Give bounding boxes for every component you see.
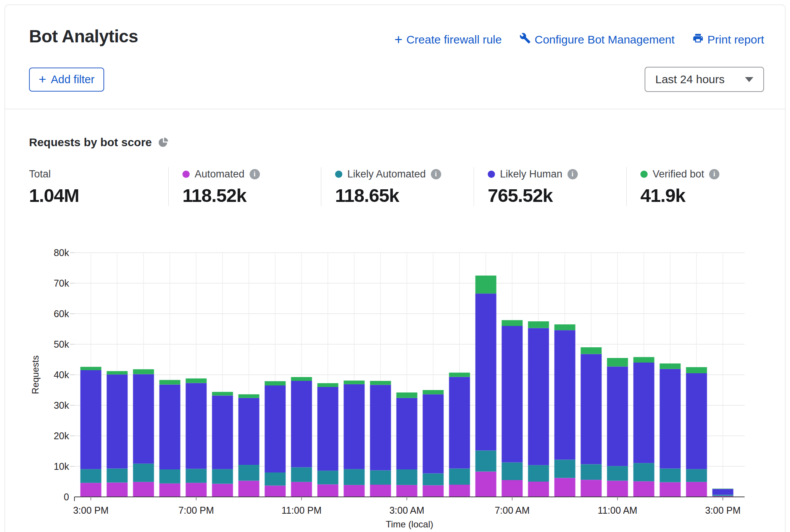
svg-text:3:00 AM: 3:00 AM xyxy=(389,505,424,516)
stat-verified-bot: Verified bot i 41.9k xyxy=(626,167,764,206)
plus-icon: + xyxy=(39,73,46,85)
stat-likely-human: Likely Human i 765.52k xyxy=(474,167,626,206)
verified-bot-legend-dot xyxy=(640,171,648,178)
bot-analytics-card: Bot Analytics + Create firewall rule Con… xyxy=(5,5,785,532)
info-icon[interactable]: i xyxy=(431,169,441,179)
svg-text:60k: 60k xyxy=(54,308,69,319)
chevron-down-icon xyxy=(745,77,753,82)
plus-icon: + xyxy=(395,34,403,45)
svg-text:50k: 50k xyxy=(54,339,69,350)
printer-icon xyxy=(692,32,704,47)
automated-legend-dot xyxy=(182,171,190,178)
stat-likely-human-value: 765.52k xyxy=(488,185,619,206)
svg-text:10k: 10k xyxy=(54,461,69,472)
create-firewall-rule-link[interactable]: + Create firewall rule xyxy=(395,33,502,46)
stat-verified-bot-value: 41.9k xyxy=(640,185,756,206)
stat-likely-automated-label: Likely Automated xyxy=(347,168,426,180)
requests-by-bot-score-chart[interactable]: 010k20k30k40k50k60k70k80k3:00 PM7:00 PM1… xyxy=(5,229,786,532)
stat-total-label: Total xyxy=(29,168,51,180)
stat-total-value: 1.04M xyxy=(29,185,161,206)
stat-likely-automated-value: 118.65k xyxy=(335,185,466,206)
info-icon[interactable]: i xyxy=(250,169,260,179)
svg-text:80k: 80k xyxy=(54,247,69,258)
card-header: Bot Analytics + Create firewall rule Con… xyxy=(5,5,785,109)
svg-text:11:00 PM: 11:00 PM xyxy=(281,505,321,516)
info-icon[interactable]: i xyxy=(709,169,719,179)
stat-verified-bot-label: Verified bot xyxy=(653,168,704,180)
section-title-row: Requests by bot score xyxy=(29,136,169,149)
svg-text:3:00 PM: 3:00 PM xyxy=(705,505,740,516)
wrench-icon xyxy=(519,32,531,47)
print-report-label: Print report xyxy=(708,33,764,46)
svg-text:20k: 20k xyxy=(54,430,69,441)
svg-text:3:00 PM: 3:00 PM xyxy=(73,505,108,516)
stat-likely-automated: Likely Automated i 118.65k xyxy=(321,167,474,206)
svg-text:7:00 AM: 7:00 AM xyxy=(495,505,530,516)
add-filter-button[interactable]: + Add filter xyxy=(29,68,104,92)
svg-text:Requests: Requests xyxy=(30,355,40,394)
svg-text:7:00 PM: 7:00 PM xyxy=(178,505,214,516)
stat-automated-label: Automated xyxy=(195,168,245,180)
likely-automated-legend-dot xyxy=(335,171,342,178)
info-icon[interactable]: i xyxy=(568,169,578,179)
time-range-select[interactable]: Last 24 hours xyxy=(645,67,764,92)
page-title: Bot Analytics xyxy=(29,26,138,47)
print-report-link[interactable]: Print report xyxy=(692,32,764,47)
configure-bot-management-link[interactable]: Configure Bot Management xyxy=(519,32,675,47)
svg-text:Time (local): Time (local) xyxy=(386,519,433,529)
add-filter-label: Add filter xyxy=(51,73,94,86)
section-title: Requests by bot score xyxy=(29,136,152,149)
pie-chart-icon xyxy=(158,137,169,148)
create-firewall-rule-label: Create firewall rule xyxy=(406,33,502,46)
stat-automated: Automated i 118.52k xyxy=(168,167,321,206)
svg-text:70k: 70k xyxy=(54,278,69,289)
time-range-value: Last 24 hours xyxy=(655,73,725,86)
stat-likely-human-label: Likely Human xyxy=(500,168,563,180)
stat-automated-value: 118.52k xyxy=(182,185,313,206)
card-body: Requests by bot score Total 1.04M Automa… xyxy=(5,109,785,532)
configure-bot-management-label: Configure Bot Management xyxy=(535,33,675,46)
likely-human-legend-dot xyxy=(488,171,495,178)
stat-total: Total 1.04M xyxy=(29,167,168,206)
svg-text:11:00 AM: 11:00 AM xyxy=(598,505,637,516)
header-actions: + Create firewall rule Configure Bot Man… xyxy=(395,32,764,47)
svg-text:0: 0 xyxy=(64,492,69,502)
stats-row: Total 1.04M Automated i 118.52k Likely A… xyxy=(29,167,766,206)
svg-text:40k: 40k xyxy=(54,369,69,380)
svg-text:30k: 30k xyxy=(54,400,69,411)
